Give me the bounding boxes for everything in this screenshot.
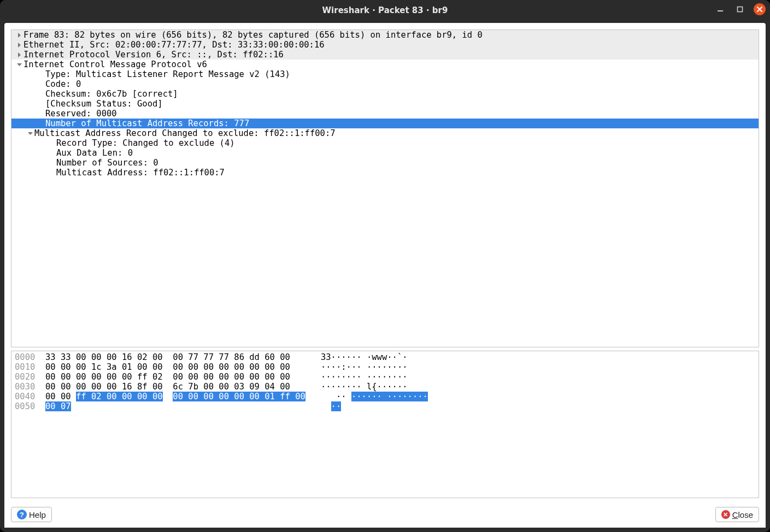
hex-offset: 0000 — [15, 352, 35, 362]
tree-row[interactable]: Internet Protocol Version 6, Src: ::, Ds… — [11, 50, 759, 60]
tree-row-text: Frame 83: 82 bytes on wire (656 bits), 8… — [23, 30, 483, 40]
expander-collapsed-icon[interactable] — [15, 33, 23, 38]
tree-row-text: [Checksum Status: Good] — [45, 99, 163, 109]
hex-offset: 0050 — [15, 401, 35, 411]
tree-row-text: Record Type: Changed to exclude (4) — [56, 138, 235, 148]
tree-row[interactable]: Record Type: Changed to exclude (4) — [11, 138, 759, 148]
tree-row[interactable]: Frame 83: 82 bytes on wire (656 bits), 8… — [11, 30, 759, 40]
help-icon: ? — [17, 510, 27, 519]
hex-row[interactable]: 0040 00 00 ff 02 00 00 00 00 00 00 00 00… — [15, 392, 755, 401]
client-area: Frame 83: 82 bytes on wire (656 bits), 8… — [4, 23, 766, 528]
help-button[interactable]: ? Help — [11, 507, 52, 522]
content-area: Frame 83: 82 bytes on wire (656 bits), 8… — [4, 23, 766, 503]
tree-row[interactable]: Reserved: 0000 — [11, 109, 759, 119]
hex-row[interactable]: 0030 00 00 00 00 00 16 8f 00 6c 7b 00 00… — [15, 382, 755, 392]
hex-offset: 0010 — [15, 362, 35, 372]
help-button-label: Help — [29, 510, 46, 519]
tree-row[interactable]: Internet Control Message Protocol v6 — [11, 60, 759, 69]
tree-row-text: Ethernet II, Src: 02:00:00:77:77:77, Dst… — [23, 40, 325, 50]
expander-collapsed-icon[interactable] — [15, 52, 23, 57]
packet-details-body-section: Internet Control Message Protocol v6Type… — [11, 60, 759, 178]
tree-row-text: Checksum: 0x6c7b [correct] — [45, 89, 178, 99]
hex-row[interactable]: 0050 00 07 ·· — [15, 401, 755, 411]
expander-expanded-icon[interactable] — [15, 62, 23, 67]
tree-row-text: Number of Multicast Address Records: 777 — [45, 119, 249, 128]
minimize-button[interactable] — [714, 3, 726, 15]
tree-row-text: Multicast Address Record Changed to excl… — [34, 128, 336, 138]
tree-row[interactable]: Type: Multicast Listener Report Message … — [11, 69, 759, 79]
tree-row-text: Internet Control Message Protocol v6 — [23, 60, 207, 69]
svg-rect-0 — [718, 10, 723, 11]
close-button-label: Close — [732, 510, 753, 519]
tree-row[interactable]: Ethernet II, Src: 02:00:00:77:77:77, Dst… — [11, 40, 759, 50]
tree-row-text: Internet Protocol Version 6, Src: ::, Ds… — [23, 50, 284, 60]
window: Wireshark · Packet 83 · br9 Frame 83: 82… — [0, 0, 770, 532]
expander-collapsed-icon[interactable] — [15, 43, 23, 48]
tree-row-text: Type: Multicast Listener Report Message … — [45, 69, 290, 79]
tree-row[interactable]: Checksum: 0x6c7b [correct] — [11, 89, 759, 99]
window-title: Wireshark · Packet 83 · br9 — [0, 5, 770, 15]
hex-row[interactable]: 0020 00 00 00 00 00 00 ff 02 00 00 00 00… — [15, 372, 755, 382]
svg-rect-1 — [738, 7, 743, 12]
tree-row[interactable]: Aux Data Len: 0 — [11, 148, 759, 158]
hex-offset: 0030 — [15, 382, 35, 392]
tree-row[interactable]: Multicast Address Record Changed to excl… — [11, 128, 759, 138]
packet-bytes-pane[interactable]: 0000 33 33 00 00 00 16 02 00 00 77 77 77… — [11, 351, 759, 498]
tree-row[interactable]: Code: 0 — [11, 79, 759, 89]
tree-row-text: Aux Data Len: 0 — [56, 148, 133, 158]
tree-row[interactable]: Multicast Address: ff02::1:ff00:7 — [11, 168, 759, 178]
tree-row-text: Reserved: 0000 — [45, 109, 117, 119]
tree-row[interactable]: Number of Sources: 0 — [11, 158, 759, 168]
packet-details-header-section: Frame 83: 82 bytes on wire (656 bits), 8… — [11, 30, 759, 60]
tree-row-text: Number of Sources: 0 — [56, 158, 158, 168]
close-window-button[interactable] — [754, 3, 766, 15]
hex-row[interactable]: 0010 00 00 00 1c 3a 01 00 00 00 00 00 00… — [15, 362, 755, 372]
titlebar[interactable]: Wireshark · Packet 83 · br9 — [0, 0, 770, 21]
maximize-button[interactable] — [734, 3, 746, 15]
packet-details-pane[interactable]: Frame 83: 82 bytes on wire (656 bits), 8… — [11, 29, 759, 347]
dialog-footer: ? Help ✕ Close — [4, 503, 766, 528]
expander-expanded-icon[interactable] — [26, 131, 34, 136]
close-icon: ✕ — [721, 510, 730, 519]
tree-row[interactable]: [Checksum Status: Good] — [11, 99, 759, 109]
close-button[interactable]: ✕ Close — [715, 507, 759, 522]
tree-row[interactable]: Number of Multicast Address Records: 777 — [11, 119, 759, 128]
tree-row-text: Code: 0 — [45, 79, 81, 89]
hex-row[interactable]: 0000 33 33 00 00 00 16 02 00 00 77 77 77… — [15, 352, 755, 362]
hex-offset: 0040 — [15, 392, 35, 401]
hex-offset: 0020 — [15, 372, 35, 382]
tree-row-text: Multicast Address: ff02::1:ff00:7 — [56, 168, 225, 178]
